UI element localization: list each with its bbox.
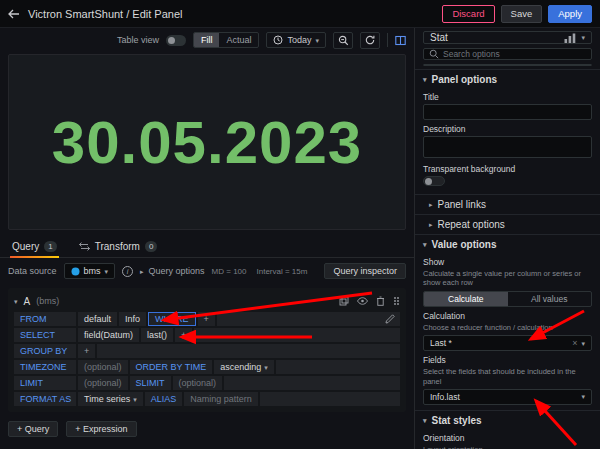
- calculate-button[interactable]: Calculate: [424, 292, 508, 306]
- clear-icon[interactable]: ×: [572, 339, 577, 348]
- format-select[interactable]: Time series ▾: [78, 392, 143, 406]
- save-button[interactable]: Save: [501, 5, 543, 23]
- query-count-badge: 1: [44, 241, 56, 252]
- transparent-background-label: Transparent background: [423, 164, 592, 174]
- stat-value: 30.05.2023: [52, 108, 362, 177]
- format-row-filler: [260, 392, 400, 406]
- duplicate-query-icon[interactable]: [339, 296, 349, 306]
- panel-toolbar: Table view Fill Actual Today ▾: [0, 28, 414, 52]
- datasource-name: bms: [84, 266, 101, 276]
- datasource-picker[interactable]: bms ▾: [64, 263, 116, 279]
- add-query-button[interactable]: + Query: [8, 421, 58, 437]
- from-row-filler: [217, 312, 400, 326]
- panel-links-section[interactable]: ▸ Panel links: [415, 194, 600, 214]
- main-column: Table view Fill Actual Today ▾: [0, 28, 414, 449]
- limit-input[interactable]: (optional): [78, 376, 128, 390]
- tab-transform[interactable]: Transform 0: [77, 236, 160, 257]
- fields-select[interactable]: Info.last ▾: [423, 389, 592, 405]
- slimit-input[interactable]: (optional): [173, 376, 223, 390]
- fields-description: Select the fields that should be include…: [423, 367, 592, 386]
- limit-row-filler: [224, 376, 400, 390]
- chevron-down-icon: ▾: [581, 393, 585, 400]
- back-icon[interactable]: [8, 9, 20, 19]
- query-editor-card: ▾ A (bms) FROM default Info WHERE +: [8, 288, 406, 412]
- topbar: Victron SmartShunt / Edit Panel Discard …: [0, 0, 600, 28]
- add-where-button[interactable]: +: [198, 312, 215, 326]
- alias-input[interactable]: Naming pattern: [184, 392, 258, 406]
- visualization-picker[interactable]: Stat ▾: [423, 31, 592, 44]
- orderby-select[interactable]: ascending ▾: [214, 360, 274, 374]
- calculation-select[interactable]: Last * × ▾: [423, 335, 592, 351]
- query-row-select: SELECT field(Datum) last() +: [14, 328, 400, 342]
- where-keyword[interactable]: WHERE: [148, 312, 196, 326]
- select-keyword: SELECT: [14, 328, 76, 342]
- add-groupby-button[interactable]: +: [78, 344, 95, 358]
- panel-options-header[interactable]: ▾ Panel options: [415, 70, 600, 88]
- query-row-groupby: GROUP BY +: [14, 344, 400, 358]
- chevron-right-icon: ▸: [429, 201, 433, 208]
- query-row-from: FROM default Info WHERE +: [14, 312, 400, 326]
- groupby-row-filler: [97, 344, 400, 358]
- query-options-toggle[interactable]: ▸ Query options: [140, 266, 205, 276]
- transform-count-badge: 0: [145, 241, 157, 252]
- description-field[interactable]: [423, 136, 592, 158]
- panel-links-label: Panel links: [438, 199, 486, 210]
- delete-query-icon[interactable]: [376, 296, 385, 306]
- select-fn-segment[interactable]: last(): [141, 328, 173, 342]
- datasource-label: Data source: [8, 266, 57, 276]
- add-select-button[interactable]: +: [175, 328, 192, 342]
- actual-button[interactable]: Actual: [219, 33, 258, 47]
- table-view-toggle[interactable]: [166, 35, 186, 46]
- fill-button[interactable]: Fill: [194, 33, 220, 47]
- help-icon[interactable]: i: [122, 266, 133, 277]
- title-field[interactable]: [423, 104, 592, 120]
- groupby-keyword: GROUP BY: [14, 344, 76, 358]
- refresh-button[interactable]: [360, 32, 380, 49]
- value-options-section: ▾ Value options Show Calculate a single …: [415, 234, 600, 410]
- from-policy-segment[interactable]: default: [78, 312, 117, 326]
- orderby-keyword: ORDER BY TIME: [130, 360, 213, 374]
- chevron-down-icon: ▾: [581, 340, 585, 347]
- from-measurement-segment[interactable]: Info: [119, 312, 146, 326]
- apply-button[interactable]: Apply: [548, 5, 592, 23]
- chevron-down-icon: ▾: [423, 76, 427, 83]
- hide-query-icon[interactable]: [357, 297, 368, 305]
- collapse-query-icon[interactable]: ▾: [14, 298, 18, 305]
- add-expression-button[interactable]: + Expression: [66, 421, 136, 437]
- search-icon: [429, 49, 439, 59]
- grafana-edit-panel-screen: Victron SmartShunt / Edit Panel Discard …: [0, 0, 600, 449]
- chevron-down-icon: ▾: [264, 364, 268, 371]
- stat-styles-header[interactable]: ▾ Stat styles: [415, 411, 600, 429]
- stat-panel-preview: 30.05.2023: [8, 54, 406, 230]
- slimit-keyword: SLIMIT: [130, 376, 171, 390]
- split-pane-icon[interactable]: [395, 35, 406, 46]
- query-ref-id: A: [24, 296, 31, 307]
- value-options-header[interactable]: ▾ Value options: [415, 235, 600, 253]
- toolbar-divider: [387, 33, 388, 47]
- description-label: Description: [423, 124, 592, 134]
- search-input[interactable]: [443, 49, 586, 59]
- transparent-background-toggle[interactable]: [423, 176, 445, 186]
- drag-handle-icon[interactable]: [393, 296, 400, 306]
- fields-label: Fields: [423, 355, 592, 365]
- query-row-timezone: TIMEZONE (optional) ORDER BY TIME ascend…: [14, 360, 400, 374]
- edit-raw-query-icon[interactable]: [385, 314, 395, 324]
- calculation-description: Choose a reducer function / calculation: [423, 323, 592, 332]
- zoom-out-button[interactable]: [333, 32, 353, 49]
- alias-keyword: ALIAS: [145, 392, 183, 406]
- editor-footer: + Query + Expression: [0, 412, 414, 446]
- timezone-input[interactable]: (optional): [78, 360, 128, 374]
- query-inspector-button[interactable]: Query inspector: [324, 263, 406, 279]
- select-field-segment[interactable]: field(Datum): [78, 328, 139, 342]
- tab-query[interactable]: Query 1: [10, 236, 59, 257]
- panel-options-section: ▾ Panel options Title Description Transp…: [415, 69, 600, 194]
- panel-options-title: Panel options: [432, 74, 498, 85]
- time-range-picker[interactable]: Today ▾: [266, 32, 326, 48]
- discard-button[interactable]: Discard: [442, 5, 494, 23]
- limit-keyword: LIMIT: [14, 376, 76, 390]
- chevron-down-icon: ▾: [581, 34, 585, 41]
- repeat-options-section[interactable]: ▸ Repeat options: [415, 214, 600, 234]
- chevron-right-icon: ▸: [429, 221, 433, 228]
- all-values-button[interactable]: All values: [508, 292, 592, 306]
- query-header: ▾ A (bms): [14, 292, 400, 310]
